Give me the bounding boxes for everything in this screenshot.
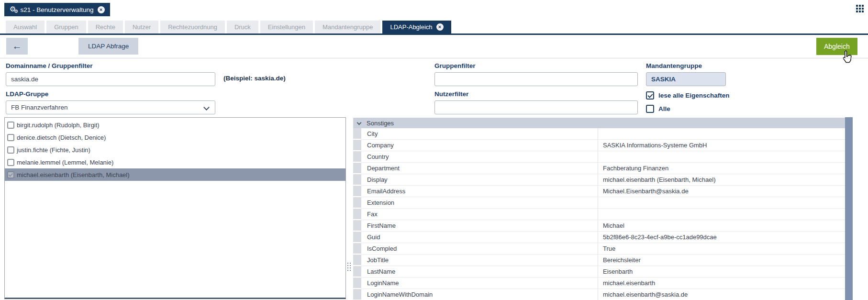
app-tab[interactable]: ⚙⚙ s21 - Benutzerverwaltung × xyxy=(4,3,110,16)
property-value: Eisenbarth xyxy=(598,266,845,277)
property-row[interactable]: Country xyxy=(353,151,845,163)
list-item[interactable]: birgit.rudolph (Rudolph, Birgit) xyxy=(5,119,345,131)
active-tab-underline xyxy=(0,33,868,35)
property-row[interactable]: Department Fachberatung Finanzen xyxy=(353,163,845,174)
list-item-label: justin.fichte (Fichte, Justin) xyxy=(17,146,90,154)
property-value: michael.eisenbarth (Eisenbarth, Michael) xyxy=(598,174,845,185)
back-button[interactable]: ← xyxy=(6,38,28,55)
tab-einstellungen[interactable]: Einstellungen xyxy=(260,21,313,33)
list-item[interactable]: melanie.lemmel (Lemmel, Melanie) xyxy=(5,156,345,168)
tab-auswahl[interactable]: Auswahl xyxy=(6,21,45,33)
group-filter-input[interactable] xyxy=(434,72,638,86)
row-header[interactable] xyxy=(353,140,361,151)
tab-mandantengruppe[interactable]: Mandantengruppe xyxy=(315,21,381,33)
properties-section-header[interactable]: Sonstiges xyxy=(353,118,845,128)
property-row[interactable]: EmailAddress Michael.Eisenbarth@saskia.d… xyxy=(353,186,845,197)
user-checkbox-checked[interactable] xyxy=(7,171,14,178)
user-filter-label: Nutzerfilter xyxy=(434,90,468,98)
property-name: Department xyxy=(361,163,598,174)
user-checkbox[interactable] xyxy=(7,134,14,141)
property-name: Display xyxy=(361,174,598,185)
property-row[interactable]: LastName Eisenbarth xyxy=(353,266,845,278)
splitter-grip[interactable] xyxy=(347,263,351,271)
domain-hint: (Beispiel: saskia.de) xyxy=(223,75,286,82)
list-item-label: melanie.lemmel (Lemmel, Melanie) xyxy=(17,159,113,166)
apps-grid-icon[interactable] xyxy=(856,5,864,12)
row-header[interactable] xyxy=(353,128,361,140)
list-item[interactable]: justin.fichte (Fichte, Justin) xyxy=(5,144,345,156)
row-header[interactable] xyxy=(353,266,361,278)
properties-panel: Sonstiges City Company SASKIA Informatio… xyxy=(353,118,845,300)
row-header[interactable] xyxy=(353,197,361,209)
property-row[interactable]: City xyxy=(353,128,845,140)
read-all-props-checkbox[interactable] xyxy=(646,91,654,100)
list-item-label: denice.dietsch (Dietsch, Denice) xyxy=(17,134,106,141)
domain-input[interactable] xyxy=(6,72,215,86)
row-header[interactable] xyxy=(353,278,361,289)
tab-rechte[interactable]: Rechte xyxy=(88,21,123,33)
property-value: Fachberatung Finanzen xyxy=(598,163,845,174)
toolbar-separator xyxy=(0,58,868,58)
ldap-query-button[interactable]: LDAP Abfrage xyxy=(78,38,138,55)
row-header[interactable] xyxy=(353,174,361,186)
property-row[interactable]: Extension xyxy=(353,197,845,209)
tab-nutzer[interactable]: Nutzer xyxy=(125,21,158,33)
property-name: LoginNameWithDomain xyxy=(361,289,598,300)
close-icon[interactable]: × xyxy=(98,6,105,13)
vertical-scrollbar[interactable] xyxy=(845,117,853,300)
row-header[interactable] xyxy=(353,151,361,163)
list-item-label: birgit.rudolph (Rudolph, Birgit) xyxy=(17,122,100,129)
tab-close-icon[interactable]: × xyxy=(436,23,444,31)
tab-gruppen[interactable]: Gruppen xyxy=(46,21,86,33)
list-item-selected[interactable]: michael.eisenbarth (Eisenbarth, Michael) xyxy=(5,168,345,181)
row-header[interactable] xyxy=(353,220,361,232)
tab-ldap-abgleich[interactable]: LDAP-Abgleich × xyxy=(382,21,451,33)
property-row[interactable]: Guid 5b2f86e6-8c23-4ecf-a9be-cc1ade99dca… xyxy=(353,232,845,243)
client-group-input[interactable] xyxy=(646,72,726,86)
property-value xyxy=(598,197,845,208)
row-header[interactable] xyxy=(353,163,361,174)
row-header[interactable] xyxy=(353,209,361,220)
all-checkbox[interactable] xyxy=(646,105,654,113)
tab-druck[interactable]: Druck xyxy=(227,21,258,33)
list-item[interactable]: denice.dietsch (Dietsch, Denice) xyxy=(5,131,345,144)
user-list-panel: birgit.rudolph (Rudolph, Birgit) denice.… xyxy=(4,117,346,299)
tab-rechtezuordnung[interactable]: Rechtezuordnung xyxy=(160,21,225,33)
ldap-group-select[interactable]: FB Finanzverfahren xyxy=(6,100,215,114)
property-row[interactable]: IsCompled True xyxy=(353,243,845,255)
property-name: Country xyxy=(361,151,598,162)
property-row[interactable]: Company SASKIA Informations-Systeme GmbH xyxy=(353,140,845,151)
property-value xyxy=(598,209,845,220)
user-checkbox[interactable] xyxy=(7,146,14,154)
property-value: Bereichsleiter xyxy=(598,255,845,266)
property-row[interactable]: FirstName Michael xyxy=(353,220,845,232)
property-name: LoginName xyxy=(361,278,598,289)
chevron-down-icon xyxy=(357,120,362,125)
list-item-label: michael.eisenbarth (Eisenbarth, Michael) xyxy=(17,171,130,178)
back-arrow-icon: ← xyxy=(12,41,22,52)
tab-ldap-abgleich-label: LDAP-Abgleich xyxy=(390,23,432,31)
row-header[interactable] xyxy=(353,186,361,197)
property-value: 5b2f86e6-8c23-4ecf-a9be-cc1ade99dcae xyxy=(598,232,845,243)
user-checkbox[interactable] xyxy=(7,122,14,129)
row-header[interactable] xyxy=(353,232,361,243)
property-row[interactable]: LoginName michael.eisenbarth xyxy=(353,278,845,289)
row-header[interactable] xyxy=(353,255,361,266)
property-row[interactable]: Display michael.eisenbarth (Eisenbarth, … xyxy=(353,174,845,186)
property-row[interactable]: JobTitle Bereichsleiter xyxy=(353,255,845,266)
property-value: SASKIA Informations-Systeme GmbH xyxy=(598,140,845,151)
property-name: JobTitle xyxy=(361,255,598,266)
property-name: FirstName xyxy=(361,220,598,231)
tab-bar: Auswahl Gruppen Rechte Nutzer Rechtezuor… xyxy=(6,21,451,33)
user-checkbox[interactable] xyxy=(7,159,14,166)
row-header[interactable] xyxy=(353,243,361,255)
property-value: True xyxy=(598,243,845,254)
property-value: michael.eisenbarth@saskia.de xyxy=(598,289,845,300)
row-header[interactable] xyxy=(353,289,361,300)
property-row[interactable]: LoginNameWithDomain michael.eisenbarth@s… xyxy=(353,289,845,300)
user-filter-input[interactable] xyxy=(434,100,638,114)
property-value: Michael xyxy=(598,220,845,231)
property-value: michael.eisenbarth xyxy=(598,278,845,289)
chevron-down-icon xyxy=(203,104,210,111)
property-row[interactable]: Fax xyxy=(353,209,845,220)
